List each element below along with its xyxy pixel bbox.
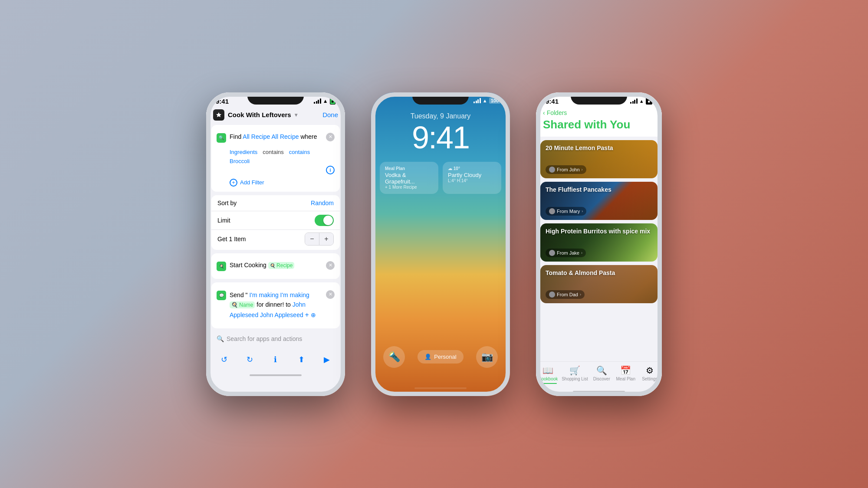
ingredients-filter[interactable]: Ingredients <box>230 149 257 155</box>
notch-2 <box>412 92 469 105</box>
tab-discover[interactable]: 🔍 Discover <box>591 365 612 384</box>
tab-cookbook[interactable]: 📖 Cookbook <box>538 365 559 384</box>
wifi-icon-2: ▲ <box>483 98 487 103</box>
start-cooking-label: Start Cooking <box>230 262 266 269</box>
name-chip[interactable]: 🍳 Name <box>230 301 255 308</box>
send-icon: 💬 <box>217 291 226 300</box>
phone-shortcuts: 9:41 ▲ ■ Cook With Leftovers ▾ Done <box>206 92 345 396</box>
tab-shopping[interactable]: 🛒 Shopping List <box>562 365 588 384</box>
weather-widget: ☁ 10° Partly Cloudy L:4° H:14° <box>443 162 501 194</box>
search-bar[interactable]: 🔍 Search for apps and actions <box>211 332 340 346</box>
person-icon: 👤 <box>424 354 431 360</box>
signal-icon-1 <box>314 98 321 104</box>
shortcuts-toolbar: ↺ ↻ ℹ ⬆ ▶ <box>206 349 345 373</box>
recipe-card-2[interactable]: High Protein Burritos with spice mix Fro… <box>540 223 658 262</box>
broccoli-row: Broccoli <box>230 157 335 165</box>
play-button[interactable]: ▶ <box>321 354 333 366</box>
shortcuts-header: Cook With Leftovers ▾ Done <box>206 107 345 125</box>
recipe-card-1[interactable]: The Fluffiest Pancakes From Mary › <box>540 182 658 220</box>
where-label: where <box>300 133 317 140</box>
find-row-inner: 🔍 Find All Recipe All Recipe where <box>217 133 326 143</box>
recipe-from-0[interactable]: From John › <box>546 165 586 174</box>
meal-plan-main: Vodka & Grapefruit... <box>385 172 433 185</box>
add-filter-icon[interactable]: + <box>230 179 237 187</box>
contains-value[interactable]: contains <box>289 149 310 155</box>
sort-value[interactable]: Random <box>311 200 334 206</box>
info-button[interactable]: ℹ <box>270 354 282 366</box>
discover-tab-label: Discover <box>593 377 610 381</box>
find-close-button[interactable]: ✕ <box>326 133 335 141</box>
sort-row: Sort by Random <box>211 195 340 211</box>
tab-settings[interactable]: ⚙ Settings <box>639 365 660 384</box>
find-recipe-block: 🔍 Find All Recipe All Recipe where ✕ Ing… <box>211 125 340 192</box>
im-making-label[interactable]: I'm making <box>249 291 278 298</box>
notch-3 <box>571 92 627 105</box>
search-icon: 🔍 <box>217 335 224 342</box>
start-cooking-close-button[interactable]: ✕ <box>326 261 335 270</box>
stepper-plus-button[interactable]: + <box>319 233 333 245</box>
limit-row: Limit <box>211 211 340 229</box>
wifi-icon-3: ▲ <box>639 98 644 104</box>
notch-1 <box>247 92 304 105</box>
camera-button[interactable]: 📷 <box>476 346 498 368</box>
recipe-card-content-2: High Protein Burritos with spice mix Fro… <box>540 223 658 262</box>
redo-button[interactable]: ↻ <box>244 354 256 366</box>
start-cooking-icon: 🍳 <box>217 262 226 271</box>
add-filter-button[interactable]: Add Filter <box>240 179 264 186</box>
lock-date-text: Tuesday, 9 January <box>371 112 510 120</box>
shopping-icon: 🛒 <box>569 365 580 376</box>
shopping-tab-label: Shopping List <box>562 377 588 381</box>
filter-container: Ingredients contains contains Broccoli i <box>217 146 335 176</box>
im-making-value[interactable]: I'm making <box>280 291 309 298</box>
get-item-label: Get 1 Item <box>217 236 246 242</box>
settings-icon: ⚙ <box>646 365 654 376</box>
personal-button[interactable]: 👤 Personal <box>418 350 463 364</box>
from-label-2: From Jake <box>557 250 579 255</box>
send-close-button[interactable]: ✕ <box>326 290 335 299</box>
recipient-value[interactable]: John Appleseed <box>260 311 305 318</box>
filter-row: Ingredients contains contains <box>230 149 335 155</box>
back-label: Folders <box>547 109 567 116</box>
recipe-card-0[interactable]: 20 Minute Lemon Pasta From John › <box>540 140 658 178</box>
start-cooking-text: Start Cooking 🍳 Recipe <box>230 261 326 270</box>
home-indicator-2 <box>414 387 467 389</box>
recipe-value: Recipe <box>276 262 293 269</box>
tab-bar: 📖 Cookbook 🛒 Shopping List 🔍 Discover 📅 … <box>536 361 662 389</box>
tab-mealplan[interactable]: 📅 Meal Plan <box>615 365 636 384</box>
from-chevron-1: › <box>582 209 583 213</box>
tab-active-indicator <box>539 383 557 384</box>
find-recipe-icon: 🔍 <box>217 133 226 143</box>
limit-label: Limit <box>217 217 230 224</box>
status-time-3: 9:41 <box>546 98 559 105</box>
broccoli-value[interactable]: Broccoli <box>230 158 250 164</box>
start-cooking-row: 🍳 Start Cooking 🍳 Recipe ✕ <box>217 258 335 275</box>
battery-icon-3: ■ <box>646 98 652 105</box>
recipe-chip[interactable]: 🍳 Recipe <box>268 262 295 269</box>
recipe-from-2[interactable]: From Jake › <box>546 249 586 257</box>
shortcuts-done-button[interactable]: Done <box>322 111 338 118</box>
share-button[interactable]: ⬆ <box>295 354 307 366</box>
recipe-card-3[interactable]: Tomato & Almond Pasta From Dad › <box>540 265 658 303</box>
mealplan-tab-label: Meal Plan <box>616 377 635 381</box>
limit-toggle[interactable] <box>315 215 334 226</box>
status-icons-2: ▲ 100 <box>473 98 500 104</box>
page-title-cookbook: Shared with You <box>543 118 655 131</box>
stepper-minus-button[interactable]: − <box>305 233 319 245</box>
settings-tab-label: Settings <box>642 377 658 381</box>
all-recipe-label[interactable]: All Recipe <box>243 133 270 140</box>
send-text: Send " I'm making I'm making 🍳 Name for … <box>230 290 326 321</box>
filter-info-icon[interactable]: i <box>326 166 335 174</box>
from-label-1: From Mary <box>557 209 580 214</box>
all-recipe-value[interactable]: All Recipe <box>272 133 301 140</box>
back-link[interactable]: ‹ Folders <box>543 109 655 116</box>
recipe-from-1[interactable]: From Mary › <box>546 207 586 216</box>
send-label: Send <box>230 291 244 298</box>
recipe-from-3[interactable]: From Dad › <box>546 290 585 299</box>
battery-icon-1: ■ <box>330 98 335 105</box>
weather-main: Partly Cloudy <box>448 172 496 178</box>
find-recipe-text: Find All Recipe All Recipe where <box>230 133 326 141</box>
undo-button[interactable]: ↺ <box>218 354 230 366</box>
from-label-3: From Dad <box>557 292 578 297</box>
flashlight-button[interactable]: 🔦 <box>383 346 405 368</box>
discover-icon: 🔍 <box>596 365 607 376</box>
